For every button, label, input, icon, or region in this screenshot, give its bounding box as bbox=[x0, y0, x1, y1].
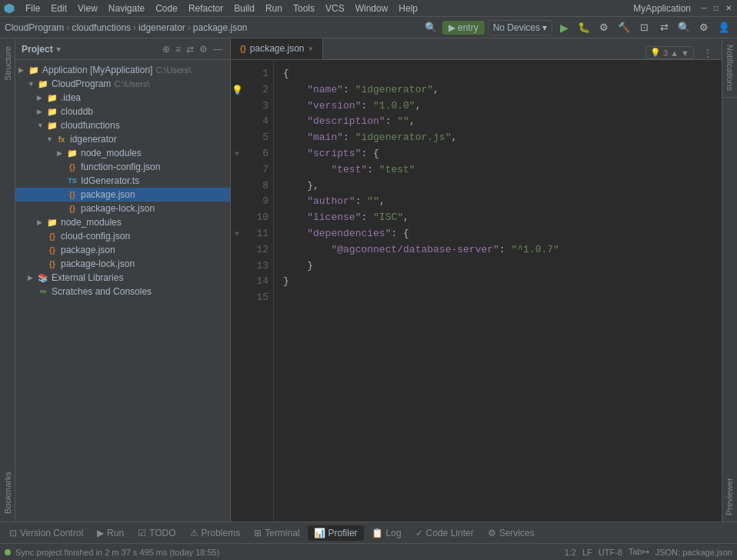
build-button-4[interactable]: ⇄ bbox=[655, 19, 672, 36]
ln-4: 4 bbox=[248, 114, 268, 130]
notifications-tab[interactable]: Notifications bbox=[722, 38, 737, 98]
search-button[interactable]: 🔍 bbox=[422, 19, 439, 36]
menu-refactor[interactable]: Refactor bbox=[183, 2, 228, 15]
panel-list-icon[interactable]: ≡ bbox=[174, 42, 182, 56]
tree-item-idgenerator-ts[interactable]: TS IdGenerator.ts bbox=[15, 174, 230, 188]
breadcrumb-package-json[interactable]: package.json bbox=[193, 22, 248, 33]
panel-settings-icon[interactable]: ⚙ bbox=[198, 42, 209, 56]
hint-count-badge[interactable]: 💡 3 ▲ ▼ bbox=[645, 46, 694, 59]
item-idgenerator-ts-name: IdGenerator.ts bbox=[81, 175, 139, 186]
tree-item-scratches[interactable]: ✏ Scratches and Consoles bbox=[15, 285, 230, 298]
tree-item-node-modules-outer[interactable]: ▶ 📁 node_modules bbox=[15, 215, 230, 229]
status-encoding[interactable]: UTF-8 bbox=[599, 548, 622, 557]
run-label: Run bbox=[107, 528, 124, 538]
code-content[interactable]: { "name": "idgenerator", "version": "1.0… bbox=[274, 60, 722, 522]
devices-button[interactable]: No Devices ▾ bbox=[488, 20, 552, 35]
entry-button[interactable]: ▶ entry bbox=[442, 21, 485, 35]
tab-version-control[interactable]: ⊡ Version Control bbox=[3, 525, 89, 541]
tab-problems[interactable]: ⚠ Problems bbox=[184, 525, 247, 541]
code-editor[interactable]: 💡 ▼ ▼ bbox=[231, 60, 722, 522]
item-idgenerator-name: idgenerator bbox=[70, 134, 117, 145]
breadcrumb-cloudprogram[interactable]: CloudProgram bbox=[5, 22, 64, 33]
build-button-3[interactable]: ⊡ bbox=[635, 19, 652, 36]
menu-file[interactable]: File bbox=[20, 2, 45, 15]
tab-more-icon[interactable]: ⋮ bbox=[697, 48, 719, 58]
folder-clouddb-icon: 📁 bbox=[46, 107, 58, 117]
tab-code-linter[interactable]: ✓ Code Linter bbox=[409, 525, 480, 541]
item-external-libraries-name: External Libraries bbox=[52, 272, 123, 283]
tree-item-package-lock-json[interactable]: {} package-lock.json bbox=[15, 202, 230, 215]
menu-window[interactable]: Window bbox=[350, 2, 394, 15]
menu-navigate[interactable]: Navigate bbox=[103, 2, 150, 15]
tree-item-function-config[interactable]: {} function-config.json bbox=[15, 160, 230, 174]
tree-item-cloudfunctions[interactable]: ▼ 📁 cloudfunctions bbox=[15, 118, 230, 132]
build-button-1[interactable]: ⚙ bbox=[595, 19, 612, 36]
tree-item-cloud-config[interactable]: {} cloud-config.json bbox=[15, 229, 230, 243]
menu-edit[interactable]: Edit bbox=[45, 2, 72, 15]
panel-sort-icon[interactable]: ⇄ bbox=[185, 42, 195, 56]
menu-tools[interactable]: Tools bbox=[288, 2, 320, 15]
debug-button[interactable]: 🐛 bbox=[575, 19, 592, 36]
hint-up-arrow[interactable]: ▲ bbox=[670, 48, 679, 58]
editor-tab-package-json[interactable]: {} package.json × bbox=[231, 38, 323, 59]
tree-item-external-libraries[interactable]: ▶ 📚 External Libraries bbox=[15, 271, 230, 285]
close-button[interactable]: ✕ bbox=[723, 3, 734, 14]
status-language[interactable]: JSON: package.json bbox=[655, 548, 732, 557]
menu-run[interactable]: Run bbox=[260, 2, 288, 15]
panel-collapse-icon[interactable]: — bbox=[212, 42, 224, 56]
panel-dropdown-icon[interactable]: ▾ bbox=[56, 44, 61, 55]
hint-down-arrow[interactable]: ▼ bbox=[681, 48, 689, 58]
tree-item-idea[interactable]: ▶ 📁 .idea bbox=[15, 91, 230, 105]
build-button-2[interactable]: 🔨 bbox=[615, 19, 632, 36]
tab-run[interactable]: ▶ Run bbox=[91, 525, 130, 541]
find-button[interactable]: 🔍 bbox=[675, 19, 692, 36]
tree-item-clouddb[interactable]: ▶ 📁 clouddb bbox=[15, 105, 230, 118]
status-position[interactable]: 1:2 bbox=[565, 548, 576, 557]
icon-package-json: {} bbox=[66, 191, 78, 199]
folder-node-modules-outer-icon: 📁 bbox=[46, 218, 58, 228]
status-indent[interactable]: Tab↦ bbox=[629, 547, 649, 557]
tab-log[interactable]: 📋 Log bbox=[365, 525, 408, 541]
tree-item-package-lock-root[interactable]: {} package-lock.json bbox=[15, 257, 230, 271]
breadcrumb-idgenerator[interactable]: idgenerator bbox=[138, 22, 185, 33]
tab-profiler[interactable]: 📊 Profiler bbox=[308, 525, 364, 541]
fold-6[interactable]: ▼ bbox=[231, 146, 243, 162]
tab-json-icon: {} bbox=[240, 45, 246, 53]
tab-services[interactable]: ⚙ Services bbox=[482, 525, 541, 541]
settings-button[interactable]: ⚙ bbox=[695, 19, 712, 36]
ln-2: 2 bbox=[248, 82, 268, 98]
tree-item-node-modules-inner[interactable]: ▶ 📁 node_modules bbox=[15, 146, 230, 160]
menu-help[interactable]: Help bbox=[393, 2, 423, 15]
tree-item-idgenerator[interactable]: ▼ fx idgenerator bbox=[15, 132, 230, 146]
fold-11[interactable]: ▼ bbox=[231, 226, 243, 242]
menu-build[interactable]: Build bbox=[228, 2, 260, 15]
app-title: MyApplication bbox=[633, 3, 691, 14]
problems-label: Problems bbox=[202, 528, 241, 538]
account-button[interactable]: 👤 bbox=[715, 19, 732, 36]
tree-item-application[interactable]: ▶ 📁 Application [MyApplication] C:\Users… bbox=[15, 63, 230, 77]
fold-9 bbox=[231, 194, 243, 210]
tab-close-icon[interactable]: × bbox=[308, 44, 313, 53]
tab-todo[interactable]: ☑ TODO bbox=[132, 525, 182, 541]
panel-header-icons: ⊕ ≡ ⇄ ⚙ — bbox=[161, 42, 224, 56]
menu-code[interactable]: Code bbox=[150, 2, 183, 15]
menu-vcs[interactable]: VCS bbox=[320, 2, 350, 15]
menu-view[interactable]: View bbox=[72, 2, 103, 15]
maximize-button[interactable]: □ bbox=[711, 3, 722, 14]
tree-item-package-json-root[interactable]: {} package.json bbox=[15, 243, 230, 257]
code-linter-label: Code Linter bbox=[426, 528, 474, 538]
run-button[interactable]: ▶ bbox=[555, 19, 572, 36]
svg-marker-0 bbox=[5, 4, 14, 13]
status-line-ending[interactable]: LF bbox=[582, 548, 592, 557]
bookmarks-tab[interactable]: Bookmarks bbox=[1, 464, 15, 522]
tree-item-cloudprogram[interactable]: ▼ 📁 CloudProgram C:\Users\ bbox=[15, 77, 230, 91]
minimize-button[interactable]: ─ bbox=[699, 3, 709, 14]
previewer-tab[interactable]: Previewer bbox=[722, 472, 737, 522]
structure-tab[interactable]: Structure bbox=[1, 38, 15, 88]
panel-add-icon[interactable]: ⊕ bbox=[161, 42, 172, 56]
item-cloud-config-name: cloud-config.json bbox=[61, 231, 130, 242]
tree-item-package-json[interactable]: {} package.json bbox=[15, 188, 230, 202]
panel-title: Project bbox=[22, 44, 53, 55]
tab-terminal[interactable]: ⊞ Terminal bbox=[248, 525, 305, 541]
breadcrumb-cloudfunctions[interactable]: cloudfunctions bbox=[72, 22, 131, 33]
